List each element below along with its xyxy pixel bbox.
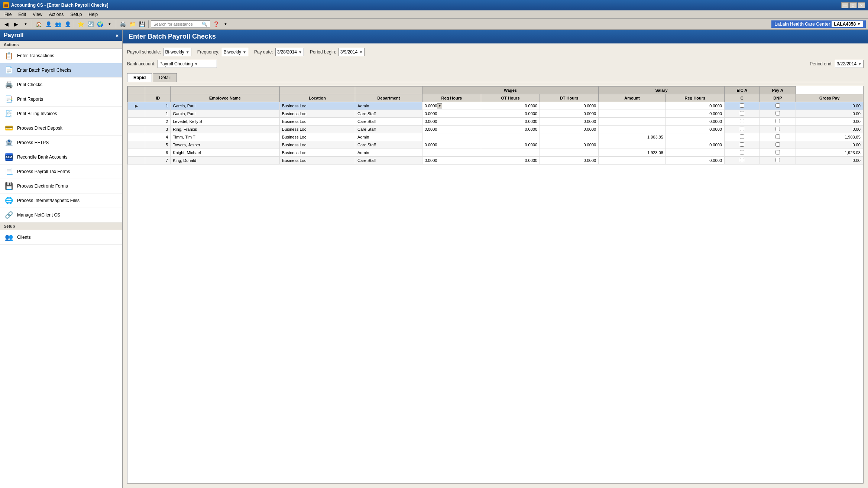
col-dept-header[interactable]: Department [355, 94, 422, 102]
col-id-header[interactable]: ID [145, 94, 171, 102]
row-amount-4[interactable]: 1,903.85 [599, 133, 666, 141]
row-dnp-7[interactable] [760, 157, 796, 165]
user3-button[interactable]: 👤 [64, 20, 72, 28]
search-input[interactable] [153, 22, 202, 26]
row-amount-2[interactable] [599, 118, 666, 126]
sidebar-item-enter-transactions[interactable]: 📋 Enter Transactions [0, 49, 122, 63]
col-dnp-header[interactable]: DNP [760, 94, 796, 102]
row-sal-reg-hours-0[interactable]: 0.0000 [665, 102, 724, 110]
period-end-select[interactable]: 3/22/2014 ▼ [835, 60, 864, 68]
row-ot-hours-1[interactable]: 0.0000 [481, 110, 540, 118]
row-dt-hours-0[interactable]: 0.0000 [540, 102, 599, 110]
dropdown2-button[interactable]: ▼ [106, 20, 114, 28]
row-c-5[interactable] [724, 141, 760, 149]
pay-date-select[interactable]: 3/28/2014 ▼ [275, 48, 304, 56]
company-dropdown-icon[interactable]: ▼ [857, 22, 861, 26]
row-amount-5[interactable] [599, 141, 666, 149]
row-ot-hours-4[interactable] [481, 133, 540, 141]
row-dt-hours-3[interactable]: 0.0000 [540, 126, 599, 133]
globe-button[interactable]: 🌍 [96, 20, 104, 28]
folder-button[interactable]: 📁 [128, 20, 136, 28]
user-button[interactable]: 👤 [44, 20, 52, 28]
menu-setup[interactable]: Setup [67, 11, 85, 18]
user2-button[interactable]: 👥 [54, 20, 62, 28]
row-dt-hours-7[interactable]: 0.0000 [540, 157, 599, 165]
table-row[interactable]: ▶ 1 Garcia, Paul Business Loc Admin 0.00… [128, 102, 863, 110]
bank-account-select[interactable]: Payroll Checking ▼ [158, 60, 217, 68]
row-dnp-3[interactable] [760, 126, 796, 133]
row-c-3[interactable] [724, 126, 760, 133]
row-reg-hours-3[interactable]: 0.0000 [422, 126, 481, 133]
sidebar-item-print-reports[interactable]: 📑 Print Reports [0, 92, 122, 107]
table-row[interactable]: 6 Knight, Michael Business Loc Admin 1,9… [128, 149, 863, 157]
sidebar-item-process-electronic-forms[interactable]: 💾 Process Electronic Forms [0, 179, 122, 193]
row-c-1[interactable] [724, 110, 760, 118]
row-dt-hours-4[interactable] [540, 133, 599, 141]
col-sal-reg-hours-header[interactable]: Reg Hours [665, 94, 724, 102]
close-button[interactable]: ✕ [858, 2, 865, 8]
table-row[interactable]: 5 Towers, Jasper Business Loc Care Staff… [128, 141, 863, 149]
row-dt-hours-2[interactable]: 0.0000 [540, 118, 599, 126]
row-dnp-1[interactable] [760, 110, 796, 118]
row-sal-reg-hours-7[interactable]: 0.0000 [665, 157, 724, 165]
menu-actions[interactable]: Actions [46, 11, 67, 18]
sidebar-item-clients[interactable]: 👥 Clients [0, 230, 122, 245]
minimize-button[interactable]: — [841, 2, 849, 8]
period-begin-arrow[interactable]: ▼ [359, 50, 363, 54]
home-button[interactable]: 🏠 [35, 20, 43, 28]
row-dnp-5[interactable] [760, 141, 796, 149]
payroll-schedule-arrow[interactable]: ▼ [186, 50, 190, 54]
row-sal-reg-hours-1[interactable]: 0.0000 [665, 110, 724, 118]
row-dt-hours-1[interactable]: 0.0000 [540, 110, 599, 118]
table-row[interactable]: 2 Levedel, Kelly S Business Loc Care Sta… [128, 118, 863, 126]
col-location-header[interactable]: Location [279, 94, 355, 102]
refresh-button[interactable]: 🔄 [86, 20, 94, 28]
sidebar-collapse-icon[interactable]: « [116, 32, 119, 38]
table-row[interactable]: 7 King, Donald Business Loc Care Staff 0… [128, 157, 863, 165]
payroll-schedule-select[interactable]: Bi-weekly ▼ [163, 48, 191, 56]
col-dt-hours-header[interactable]: DT Hours [540, 94, 599, 102]
col-c-header[interactable]: C [724, 94, 760, 102]
row-sal-reg-hours-2[interactable]: 0.0000 [665, 118, 724, 126]
period-begin-select[interactable]: 3/9/2014 ▼ [339, 48, 365, 56]
row-dt-hours-6[interactable] [540, 149, 599, 157]
row-ot-hours-7[interactable]: 0.0000 [481, 157, 540, 165]
row-reg-hours-0[interactable]: 0.0000 ▼ [422, 102, 481, 110]
search-box[interactable]: 🔍 [151, 20, 210, 28]
save-button[interactable]: 💾 [138, 20, 146, 28]
forward-button[interactable]: ▶ [12, 20, 20, 28]
row-dnp-6[interactable] [760, 149, 796, 157]
help-button[interactable]: ❓ [212, 20, 220, 28]
sidebar-item-print-checks[interactable]: 🖨️ Print Checks [0, 78, 122, 92]
sidebar-item-manage-netclient-cs[interactable]: 🔗 Manage NetClient CS [0, 208, 122, 222]
row-amount-3[interactable] [599, 126, 666, 133]
col-reg-hours-header[interactable]: Reg Hours [422, 94, 481, 102]
row-dt-hours-5[interactable]: 0.0000 [540, 141, 599, 149]
row-sal-reg-hours-5[interactable]: 0.0000 [665, 141, 724, 149]
row-reg-hours-4[interactable] [422, 133, 481, 141]
row-c-2[interactable] [724, 118, 760, 126]
row-amount-6[interactable]: 1,923.08 [599, 149, 666, 157]
sidebar-item-process-internet-magnetic-files[interactable]: 🌐 Process Internet/Magnetic Files [0, 193, 122, 208]
table-row[interactable]: 3 Ring, Francis Business Loc Care Staff … [128, 126, 863, 133]
row-c-4[interactable] [724, 133, 760, 141]
row-dnp-0[interactable] [760, 102, 796, 110]
row-reg-hours-7[interactable]: 0.0000 [422, 157, 481, 165]
row-ot-hours-5[interactable]: 0.0000 [481, 141, 540, 149]
row-reg-hours-1[interactable]: 0.0000 [422, 110, 481, 118]
back-button[interactable]: ◀ [2, 20, 10, 28]
row-ot-hours-2[interactable]: 0.0000 [481, 118, 540, 126]
row-reg-hours-2[interactable]: 0.0000 [422, 118, 481, 126]
row-dnp-4[interactable] [760, 133, 796, 141]
sidebar-item-process-direct-deposit[interactable]: 💳 Process Direct Deposit [0, 121, 122, 136]
col-gross-pay-header[interactable]: Gross Pay [796, 94, 863, 102]
row-ot-hours-0[interactable]: 0.0000 [481, 102, 540, 110]
row-c-6[interactable] [724, 149, 760, 157]
row-amount-7[interactable] [599, 157, 666, 165]
tab-rapid[interactable]: Rapid [127, 73, 152, 82]
frequency-arrow[interactable]: ▼ [243, 50, 246, 54]
col-amount-header[interactable]: Amount [599, 94, 666, 102]
row-sal-reg-hours-4[interactable] [665, 133, 724, 141]
row-reg-hours-6[interactable] [422, 149, 481, 157]
menu-edit[interactable]: Edit [15, 11, 29, 18]
